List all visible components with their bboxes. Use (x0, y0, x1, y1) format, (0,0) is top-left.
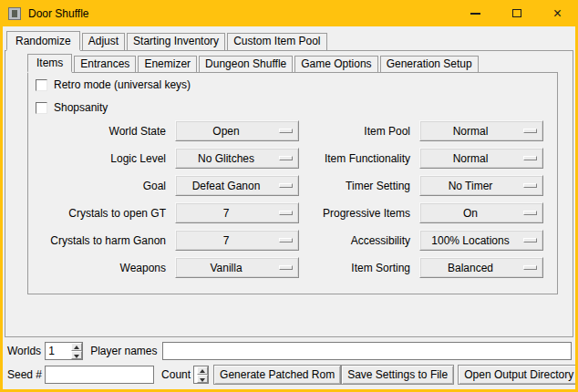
spin-up-button[interactable] (71, 343, 82, 351)
window-title: Door Shuffle (28, 7, 89, 20)
tab-items[interactable]: Items (27, 54, 72, 73)
close-button[interactable]: × (537, 0, 578, 26)
titlebar: Door Shuffle × (0, 0, 578, 26)
timer-setting-dropdown[interactable]: No Timer (419, 175, 543, 196)
shopsanity-checkbox[interactable] (36, 102, 47, 114)
tab-dungeon-shuffle[interactable]: Dungeon Shuffle (199, 56, 293, 72)
crystals-harm-ganon-dropdown[interactable]: 7 (175, 230, 299, 251)
save-settings-button[interactable]: Save Settings to File (341, 365, 454, 385)
left-option-column: World State Open Logic Level No Glitches (28, 120, 299, 284)
dropdown-indicator-icon (523, 238, 537, 242)
weapons-row: Weapons Vanilla (28, 257, 299, 278)
tab-custom-item-pool[interactable]: Custom Item Pool (227, 33, 326, 50)
weapons-value: Vanilla (210, 262, 242, 274)
generate-patched-rom-button[interactable]: Generate Patched Rom (213, 365, 341, 385)
weapons-dropdown[interactable]: Vanilla (175, 257, 299, 278)
crystals-open-gt-value: 7 (223, 207, 230, 220)
retro-mode-label: Retro mode (universal keys) (54, 78, 191, 91)
open-output-directory-button[interactable]: Open Output Directory (458, 365, 575, 385)
worlds-input[interactable] (46, 343, 71, 359)
item-functionality-label: Item Functionality (291, 152, 419, 165)
count-spin-arrows (197, 366, 208, 383)
spin-down-button[interactable] (197, 375, 208, 383)
seed-row: Seed # Count Generate Patched Rom Save S… (7, 365, 572, 385)
door-shuffle-window: Door Shuffle × Randomize Adjust Starting… (0, 0, 578, 392)
spin-down-button[interactable] (71, 351, 82, 359)
worlds-label: Worlds (7, 345, 41, 357)
item-sorting-row: Item Sorting Balanced (291, 257, 543, 278)
items-pane: Retro mode (universal keys) Shopsanity W… (27, 72, 558, 294)
player-names-label: Player names (90, 345, 157, 357)
tab-game-options[interactable]: Game Options (294, 56, 377, 72)
spin-up-button[interactable] (197, 366, 208, 375)
tab-starting-inventory[interactable]: Starting Inventory (127, 33, 225, 50)
accessibility-dropdown[interactable]: 100% Locations (419, 230, 543, 251)
dropdown-indicator-icon (523, 156, 537, 160)
worlds-row: Worlds Player names (7, 341, 572, 361)
world-state-row: World State Open (28, 120, 299, 141)
goal-label: Goal (28, 180, 175, 192)
tab-adjust[interactable]: Adjust (82, 33, 125, 50)
world-state-value: Open (212, 125, 239, 138)
seed-input[interactable] (45, 366, 154, 384)
retro-mode-checkbox[interactable] (36, 79, 47, 91)
world-state-label: World State (28, 125, 175, 138)
worlds-spin-arrows (71, 343, 82, 359)
timer-setting-label: Timer Setting (291, 180, 419, 192)
dropdown-indicator-icon (523, 183, 537, 188)
item-sorting-dropdown[interactable]: Balanced (419, 257, 543, 278)
logic-level-row: Logic Level No Glitches (28, 148, 299, 169)
client-area: Randomize Adjust Starting Inventory Cust… (3, 26, 575, 389)
item-sorting-label: Item Sorting (291, 262, 419, 274)
shopsanity-row: Shopsanity (36, 101, 108, 114)
count-spinner[interactable] (193, 366, 209, 384)
crystals-harm-ganon-label: Crystals to harm Ganon (28, 234, 175, 247)
player-names-input[interactable] (162, 342, 573, 360)
accessibility-value: 100% Locations (431, 234, 509, 247)
item-pool-label: Item Pool (291, 125, 419, 138)
close-icon: × (553, 6, 562, 21)
minimize-icon (470, 13, 480, 15)
window-controls: × (455, 0, 578, 26)
inner-tab-bar: Items Entrances Enemizer Dungeon Shuffle… (27, 54, 573, 72)
item-pool-row: Item Pool Normal (291, 120, 543, 141)
tab-generation-setup[interactable]: Generation Setup (380, 56, 479, 72)
right-option-column: Item Pool Normal Item Functionality Norm… (291, 120, 543, 284)
progressive-items-label: Progressive Items (291, 207, 419, 220)
tab-enemizer[interactable]: Enemizer (138, 56, 197, 72)
crystals-harm-ganon-value: 7 (223, 234, 230, 247)
crystals-open-gt-dropdown[interactable]: 7 (175, 202, 299, 223)
logic-level-dropdown[interactable]: No Glitches (175, 148, 299, 169)
worlds-spinner[interactable] (45, 342, 83, 360)
minimize-button[interactable] (455, 0, 496, 26)
crystals-open-gt-row: Crystals to open GT 7 (28, 202, 299, 223)
goal-value: Defeat Ganon (192, 180, 261, 192)
maximize-button[interactable] (496, 0, 537, 26)
accessibility-row: Accessibility 100% Locations (291, 230, 543, 251)
item-functionality-dropdown[interactable]: Normal (419, 148, 543, 169)
dropdown-indicator-icon (523, 211, 537, 215)
dropdown-indicator-icon (523, 129, 537, 133)
goal-dropdown[interactable]: Defeat Ganon (175, 175, 299, 196)
timer-setting-row: Timer Setting No Timer (291, 175, 543, 196)
item-pool-value: Normal (453, 125, 489, 138)
tab-entrances[interactable]: Entrances (74, 56, 136, 72)
crystals-open-gt-label: Crystals to open GT (28, 207, 175, 220)
logic-level-label: Logic Level (28, 152, 175, 165)
item-pool-dropdown[interactable]: Normal (419, 120, 543, 141)
world-state-dropdown[interactable]: Open (175, 120, 299, 141)
weapons-label: Weapons (28, 262, 175, 274)
item-functionality-value: Normal (453, 152, 489, 165)
tab-randomize[interactable]: Randomize (6, 31, 80, 51)
logic-level-value: No Glitches (198, 152, 254, 165)
dropdown-indicator-icon (523, 265, 537, 270)
randomize-pane: Items Entrances Enemizer Dungeon Shuffle… (5, 50, 573, 337)
progressive-items-dropdown[interactable]: On (419, 202, 543, 223)
retro-mode-row: Retro mode (universal keys) (36, 78, 191, 91)
accessibility-label: Accessibility (291, 234, 419, 247)
crystals-harm-ganon-row: Crystals to harm Ganon 7 (28, 230, 299, 251)
app-icon (8, 7, 21, 20)
seed-label: Seed # (7, 368, 42, 381)
progressive-items-value: On (463, 207, 478, 220)
item-functionality-row: Item Functionality Normal (291, 148, 543, 169)
